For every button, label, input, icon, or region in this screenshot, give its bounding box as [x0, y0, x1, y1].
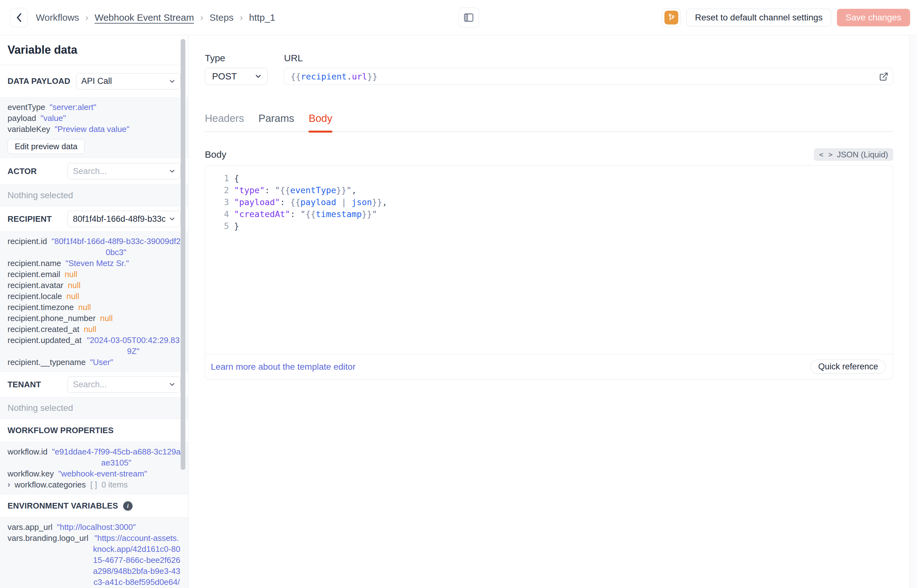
save-changes-button[interactable]: Save changes [837, 9, 910, 26]
variable-value: "2024-03-05T00:42:29.839Z" [86, 335, 181, 357]
variable-value: null [84, 324, 96, 335]
data-payload-selected: API Call [81, 76, 165, 86]
url-value: {{recipient.url}} [291, 72, 377, 81]
variable-row: ›workflow.categories[ ]0 items [8, 479, 181, 490]
data-payload-select[interactable]: API Call [76, 73, 181, 89]
line-number: 3 [205, 196, 234, 208]
code-line: 4"createdAt": "{{timestamp}}" [205, 208, 893, 220]
environment-variables-label: ENVIRONMENT VARIABLES [8, 501, 118, 511]
code-text: } [234, 220, 239, 232]
edit-preview-data-button[interactable]: Edit preview data [8, 139, 84, 154]
variable-key: vars.app_url [8, 522, 52, 533]
chevron-down-icon [168, 381, 176, 388]
external-link-icon [879, 72, 888, 81]
url-input[interactable]: {{recipient.url}} [284, 68, 893, 85]
workflow-properties-header: WORKFLOW PROPERTIES [0, 419, 188, 442]
variable-value: "http://localhost:3000" [57, 522, 136, 533]
sidebar-scrollbar[interactable] [181, 39, 186, 470]
environment-variables-band: vars.app_url"http://localhost:3000"vars.… [0, 517, 188, 588]
environment-variables-header: ENVIRONMENT VARIABLES i [0, 494, 188, 517]
variable-row: workflow.key"webhook-event-stream" [8, 468, 181, 479]
body-label: Body [205, 149, 226, 160]
variable-key: vars.branding.logo_url [8, 533, 88, 544]
code-text: "payload": {{payload | json}}, [234, 196, 387, 208]
variable-key: payload [8, 113, 36, 124]
open-external-button[interactable] [877, 70, 890, 83]
variable-value: null [65, 269, 77, 280]
breadcrumb-separator: › [240, 13, 242, 23]
variable-row: recipient.phone_numbernull [8, 313, 181, 324]
tenant-empty-band: Nothing selected [0, 397, 188, 419]
variable-value: "https://account-assets.knock.app/42d161… [93, 533, 181, 588]
tenant-label: TENANT [8, 380, 41, 389]
commit-status-button[interactable] [662, 8, 681, 27]
back-button[interactable] [10, 8, 27, 27]
variable-key: recipient.email [8, 269, 60, 280]
top-bar: Workflows › Webhook Event Stream › Steps… [0, 0, 917, 35]
variable-row: recipient.__typename"User" [8, 357, 181, 368]
code-icon: < > [819, 150, 833, 158]
workflow-variables-band: workflow.id"e91ddae4-7f99-45cb-a688-3c12… [0, 442, 188, 494]
variable-row: recipient.avatarnull [8, 280, 181, 291]
template-editor-docs-link[interactable]: Learn more about the template editor [211, 362, 356, 372]
tenant-search-select[interactable]: Search... [68, 376, 181, 393]
actor-row: ACTOR Search... [0, 158, 188, 184]
variable-value: null [78, 302, 91, 313]
data-payload-label: DATA PAYLOAD [8, 76, 70, 86]
chevron-down-icon [168, 167, 176, 175]
breadcrumb-steps[interactable]: Steps [210, 12, 234, 23]
variable-key: recipient.timezone [8, 302, 74, 313]
code-line: 2"type": "{{eventType}}", [205, 184, 893, 196]
payload-variables-band: eventType"server:alert"payload"value"var… [0, 97, 188, 158]
breadcrumb-separator: › [86, 13, 88, 23]
app: Workflows › Webhook Event Stream › Steps… [0, 0, 917, 588]
recipient-select[interactable]: 80f1f4bf-166d-48f9-b33c [68, 211, 181, 227]
line-number: 5 [205, 220, 234, 232]
body-section-header: Body < > JSON (Liquid) [205, 148, 893, 161]
variable-row: recipient.id"80f1f4bf-166d-48f9-b33c-390… [8, 236, 181, 258]
variable-row: vars.app_url"http://localhost:3000" [8, 522, 181, 533]
variable-key: variableKey [8, 124, 50, 135]
variable-row: workflow.id"e91ddae4-7f99-45cb-a688-3c12… [8, 446, 181, 468]
variable-row: recipient.timezonenull [8, 302, 181, 313]
data-payload-row: DATA PAYLOAD API Call [0, 65, 188, 97]
actor-empty-text: Nothing selected [8, 191, 73, 200]
expand-chevron-icon[interactable]: › [8, 479, 10, 490]
tab-params[interactable]: Params [258, 113, 294, 131]
code-area[interactable]: 1{2"type": "{{eventType}}",3"payload": {… [205, 166, 893, 354]
sidebar-title: Variable data [0, 35, 188, 65]
main-scrollbar-gutter[interactable] [909, 35, 917, 588]
tab-headers[interactable]: Headers [205, 113, 244, 131]
request-tabs: Headers Params Body [205, 113, 893, 132]
reset-channel-settings-button[interactable]: Reset to default channel settings [686, 9, 831, 26]
breadcrumb-workflows[interactable]: Workflows [36, 12, 79, 23]
language-badge-text: JSON (Liquid) [837, 150, 888, 160]
line-number: 1 [205, 173, 234, 184]
method-select[interactable]: POST [205, 68, 268, 85]
breadcrumb-workflow-name[interactable]: Webhook Event Stream [95, 12, 194, 23]
language-badge: < > JSON (Liquid) [814, 148, 893, 161]
info-icon[interactable]: i [123, 501, 132, 511]
code-text: "type": "{{eventType}}", [234, 184, 357, 196]
workflow-properties-label: WORKFLOW PROPERTIES [8, 426, 113, 435]
code-line: 1{ [205, 173, 893, 184]
variable-value: "80f1f4bf-166d-48f9-b33c-39009df20bc3" [52, 236, 181, 258]
tab-body[interactable]: Body [308, 113, 332, 131]
breadcrumb: Workflows › Webhook Event Stream › Steps… [36, 12, 275, 23]
line-number: 4 [205, 208, 234, 220]
variable-row: variableKey"Preview data value" [8, 124, 181, 135]
variable-key: eventType [8, 102, 45, 113]
variable-row: eventType"server:alert" [8, 102, 181, 113]
toggle-sidebar-button[interactable] [458, 8, 479, 27]
method-selected: POST [212, 71, 254, 82]
code-text: { [234, 173, 239, 184]
chevron-left-icon [15, 13, 22, 22]
chevron-down-icon [254, 72, 262, 81]
chevron-down-icon [168, 215, 176, 223]
variable-key: recipient.phone_number [8, 313, 95, 324]
variable-value: "Preview data value" [55, 124, 129, 135]
variable-row: recipient.name"Steven Metz Sr." [8, 258, 181, 269]
quick-reference-button[interactable]: Quick reference [810, 360, 886, 374]
actor-search-select[interactable]: Search... [68, 163, 181, 179]
type-field: Type POST [205, 53, 268, 85]
